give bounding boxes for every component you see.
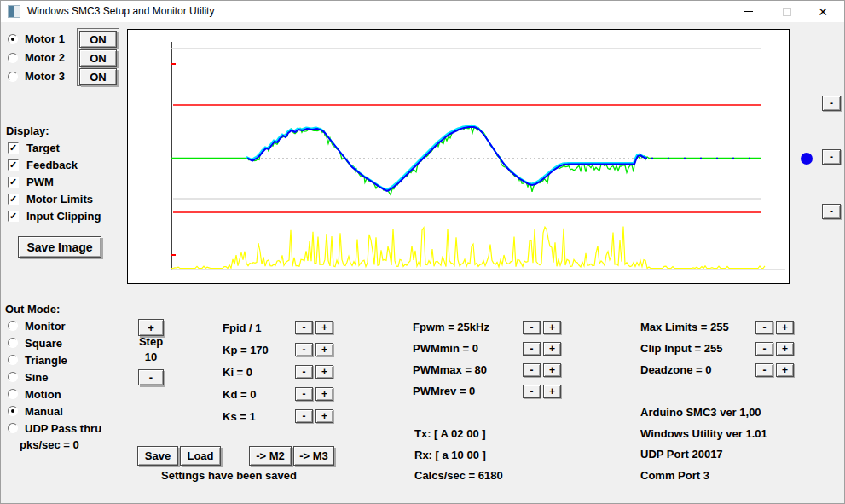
display-section-label: Display: [6,125,49,137]
out-mode-label: Motion [25,388,61,401]
limit-param-row: Deadzone = 0 - + [640,359,794,380]
copy-to-m3-button[interactable]: -> M3 [293,446,334,466]
display-option-label: Feedback [26,159,78,171]
info-line: Windows Utility ver 1.01 [640,427,767,449]
limit-param-row: Max Limits = 255 - + [640,316,794,338]
param-increment-button[interactable]: + [543,363,561,377]
param-decrement-button[interactable]: - [523,363,541,377]
out-mode-radio[interactable]: Square [8,334,101,351]
param-increment-button[interactable]: + [776,342,794,356]
copy-to-m2-button[interactable]: -> M2 [249,446,292,466]
settings-status-text: Settings have been saved [161,469,297,482]
param-increment-button[interactable]: + [776,363,794,377]
param-increment-button[interactable]: + [543,321,561,334]
load-button[interactable]: Load [180,446,221,466]
param-label: Fpid / 1 [223,322,262,334]
radio-icon [8,34,18,44]
checkbox-icon: ✓ [8,142,19,154]
param-decrement-button[interactable]: - [523,321,541,334]
param-decrement-button[interactable]: - [295,321,313,334]
display-checkbox-group: ✓ Target ✓ Feedback ✓ PWM ✓ Motor Limits… [8,139,101,224]
param-decrement-button[interactable]: - [295,365,313,379]
param-label: PWMmax = 80 [413,363,487,376]
display-checkbox-row[interactable]: ✓ Input Clipping [8,207,101,224]
param-increment-button[interactable]: + [315,343,333,356]
param-increment-button[interactable]: + [315,409,333,423]
minimize-button[interactable] [734,1,761,22]
radio-icon [8,372,18,382]
app-window: Windows SMC3 Setup and Monitor Utility ✕… [0,0,845,504]
display-checkbox-row[interactable]: ✓ Feedback [8,156,101,173]
param-decrement-button[interactable]: - [523,385,541,398]
out-mode-radio[interactable]: Manual [8,403,101,420]
param-label: Fpwm = 25kHz [413,321,489,333]
param-decrement-button[interactable]: - [523,342,541,356]
manual-position-slider-thumb[interactable] [801,153,813,165]
param-increment-button[interactable]: + [315,365,333,379]
out-mode-radio[interactable]: Monitor [8,317,101,334]
radio-icon [8,53,18,63]
display-option-label: PWM [26,176,54,188]
center-minus-button[interactable]: - [822,149,841,165]
out-mode-radio[interactable]: Motion [8,385,101,403]
param-label: Clip Input = 255 [640,342,722,355]
info-line: Arduino SMC3 ver 1,00 [640,406,767,427]
display-checkbox-row[interactable]: ✓ PWM [8,173,101,190]
motor2-on-button[interactable]: ON [79,49,117,67]
out-mode-section-label: Out Mode: [5,303,60,316]
save-image-button[interactable]: Save Image [18,236,101,258]
checkbox-icon: ✓ [8,211,19,222]
manual-position-slider-track[interactable] [807,32,807,267]
maximize-button[interactable] [773,1,801,22]
radio-icon [8,321,18,331]
param-decrement-button[interactable]: - [295,409,313,423]
packets-per-sec-text: pks/sec = 0 [20,438,79,451]
version-info-list: Arduino SMC3 ver 1,00 Windows Utility ve… [640,406,767,490]
param-label: Ki = 0 [223,366,252,379]
maximize-icon [783,8,791,16]
display-checkbox-row[interactable]: ✓ Target [8,139,101,156]
window-title: Windows SMC3 Setup and Monitor Utility [27,5,214,17]
param-increment-button[interactable]: + [543,385,561,398]
display-checkbox-row[interactable]: ✓ Motor Limits [8,190,101,207]
info-line: UDP Port 20017 [640,448,767,469]
motor-label: Motor 3 [25,70,65,83]
checkbox-icon: ✓ [8,194,19,205]
param-label: Ks = 1 [223,410,256,423]
param-increment-button[interactable]: + [315,321,333,334]
param-decrement-button[interactable]: - [755,342,773,356]
radio-icon [8,338,18,348]
motor1-on-button[interactable]: ON [79,31,117,48]
pwm-param-row: PWMrev = 0 - + [413,380,561,402]
out-mode-radio[interactable]: Sine [8,368,101,385]
param-decrement-button[interactable]: - [295,387,313,401]
param-decrement-button[interactable]: - [755,363,773,377]
param-decrement-button[interactable]: - [295,343,313,356]
pid-param-row: Kp = 170 - + [223,339,333,361]
param-decrement-button[interactable]: - [755,321,773,334]
motor3-on-button[interactable]: ON [79,68,117,85]
lower-minus-button[interactable]: - [822,204,841,219]
out-mode-radio[interactable]: Triangle [8,351,101,368]
param-increment-button[interactable]: + [776,321,794,334]
radio-icon [8,72,18,82]
out-mode-label: Square [25,337,62,350]
radio-icon [8,406,18,416]
pwm-param-list: Fpwm = 25kHz - + PWMmin = 0 - + PWMmax =… [413,316,561,402]
minimize-icon [744,11,753,12]
signal-plot-panel [127,29,790,284]
display-option-label: Target [26,142,60,154]
param-increment-button[interactable]: + [543,342,561,356]
param-increment-button[interactable]: + [315,387,333,401]
step-minus-button[interactable]: - [138,369,164,385]
pid-param-row: Ks = 1 - + [223,405,333,427]
out-mode-radio[interactable]: UDP Pass thru [8,420,101,437]
out-mode-label: Sine [25,371,48,384]
step-plus-button[interactable]: + [138,319,164,336]
param-label: Max Limits = 255 [640,321,729,333]
save-button[interactable]: Save [137,446,178,466]
upper-minus-button[interactable]: - [822,96,841,111]
calcs-per-sec-readout: Calcs/sec = 6180 [414,469,503,482]
close-button[interactable]: ✕ [809,1,836,22]
out-mode-label: UDP Pass thru [25,422,101,435]
